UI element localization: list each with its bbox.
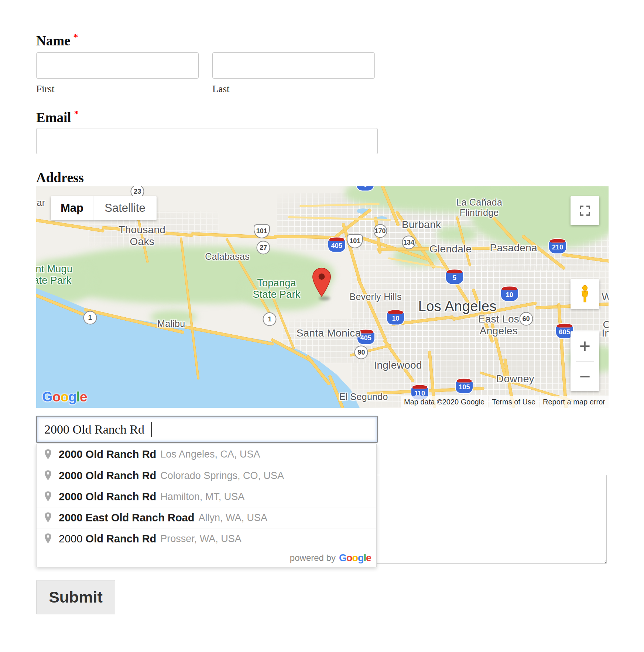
satellite-tab[interactable]: Satellite	[93, 196, 157, 220]
address-input[interactable]	[36, 416, 378, 443]
zoom-out-button[interactable]: −	[571, 362, 599, 391]
highway-shield: 170	[373, 224, 387, 238]
google-logo-letter: G	[339, 552, 346, 563]
suggestion-secondary-text: Hamilton, MT, USA	[160, 491, 244, 503]
google-logo-letter: g	[358, 552, 364, 563]
interstate-shield: 10	[501, 289, 518, 301]
map-pin-icon[interactable]	[311, 267, 332, 299]
map-city-label: El Segundo	[339, 391, 388, 402]
map-city-label: Glendale	[429, 243, 472, 255]
google-logo-letter: G	[42, 389, 52, 404]
google-logo-letter: l	[76, 389, 80, 404]
address-input-wrap	[36, 416, 378, 443]
fullscreen-button[interactable]	[571, 196, 599, 225]
interstate-shield: 10	[387, 313, 404, 325]
google-logo-letter: o	[52, 389, 61, 404]
google-logo-letter: e	[80, 389, 87, 404]
map-city-label: Beverly Hills	[349, 291, 401, 302]
map-city-label: Malibu	[157, 318, 185, 329]
powered-by-text: powered by	[290, 553, 336, 563]
required-asterisk: *	[74, 108, 79, 119]
zoom-in-button[interactable]: +	[571, 331, 599, 361]
map-park-label: int Mugu ate Park	[36, 263, 72, 286]
suggestion-secondary-text: Los Angeles, CA, USA	[160, 449, 260, 460]
map-park-label: Topanga State Park	[253, 277, 300, 300]
last-sublabel: Last	[212, 83, 230, 95]
highway-shield: 27	[257, 241, 270, 255]
address-form-page: Name* First Last Email* Address 23101274	[0, 0, 644, 652]
map-city-label: In	[602, 327, 609, 339]
google-logo-letter: o	[352, 552, 358, 563]
google-logo-letter: e	[366, 552, 371, 563]
highway-shield: 134	[402, 235, 416, 249]
suggestion-main-text: 2000 Old Ranch Rd	[59, 448, 156, 460]
suggestion-main-text: 2000 Old Ranch Rd	[59, 533, 156, 545]
interstate-shield: 405	[328, 239, 345, 252]
interstate-shield: 5	[446, 272, 463, 284]
interstate-shield: 210	[549, 241, 566, 253]
last-name-input[interactable]	[212, 52, 375, 79]
map-city-label: Calabasas	[205, 251, 250, 262]
suggestion-secondary-text: Colorado Springs, CO, USA	[160, 470, 284, 482]
map-park-area	[437, 226, 477, 242]
powered-by-google: powered by Google	[37, 549, 376, 567]
map-city-label: Inglewood	[374, 359, 422, 371]
suggestion-main-text: 2000 East Old Ranch Road	[59, 512, 194, 524]
place-pin-icon	[43, 511, 53, 524]
interstate-shield: 105	[456, 381, 473, 393]
pegman-button[interactable]	[571, 279, 599, 309]
google-logo-letter: g	[68, 389, 76, 404]
google-logo-letter: o	[346, 552, 352, 563]
map-city-label: Burbank	[402, 219, 441, 231]
report-map-error-link[interactable]: Report a map error	[539, 396, 609, 408]
highway-shield: 90	[354, 346, 368, 359]
submit-button[interactable]: Submit	[36, 580, 115, 614]
address-label: Address	[36, 170, 84, 186]
autocomplete-item[interactable]: 2000 East Old Ranch RoadAllyn, WA, USA	[37, 507, 376, 528]
first-sublabel: First	[36, 83, 55, 95]
autocomplete-dropdown: 2000 Old Ranch RdLos Angeles, CA, USA200…	[36, 444, 377, 567]
map-city-label: Los Angeles	[418, 299, 497, 315]
google-map[interactable]: 2310127405101170134521051060605101140590…	[36, 186, 609, 408]
map-data-text: Map data ©2020 Google	[401, 396, 488, 408]
autocomplete-item[interactable]: 2000 Old Ranch RdProsser, WA, USA	[37, 528, 376, 549]
google-logo: Google	[339, 552, 371, 564]
map-city-label: Santa Monica	[297, 327, 361, 339]
highway-shield: 1	[263, 313, 277, 326]
map-city-label: W	[602, 291, 609, 303]
place-pin-icon	[43, 532, 53, 545]
fullscreen-icon	[579, 205, 591, 217]
suggestion-main-text: 2000 Old Ranch Rd	[59, 470, 156, 482]
first-name-input[interactable]	[36, 52, 199, 79]
map-city-label: Pasadena	[490, 242, 537, 254]
highway-shield: 60	[519, 312, 533, 325]
place-pin-icon	[43, 448, 53, 461]
map-tab[interactable]: Map	[51, 196, 93, 220]
place-pin-icon	[43, 469, 53, 482]
google-logo-letter: o	[60, 389, 68, 404]
suggestion-secondary-text: Prosser, WA, USA	[160, 533, 242, 545]
highway-shield: 1	[83, 311, 97, 324]
suggestion-main-text: 2000 Old Ranch Rd	[59, 491, 156, 503]
text-caret	[151, 422, 152, 437]
map-attribution: Map data ©2020 Google Terms of Use Repor…	[400, 396, 609, 408]
email-label: Email*	[36, 108, 79, 125]
autocomplete-item[interactable]: 2000 Old Ranch RdHamilton, MT, USA	[37, 486, 376, 507]
place-pin-icon	[43, 490, 53, 503]
terms-of-use-link[interactable]: Terms of Use	[489, 396, 539, 408]
name-label: Name*	[36, 32, 78, 49]
pegman-icon	[577, 284, 593, 304]
map-city-label: Downey	[496, 373, 534, 385]
autocomplete-item[interactable]: 2000 Old Ranch RdLos Angeles, CA, USA	[37, 444, 376, 465]
google-logo[interactable]: Google	[42, 389, 87, 405]
map-city-label: East Los Angeles	[478, 313, 519, 337]
email-input[interactable]	[36, 128, 378, 154]
map-city-label: Thousand Oaks	[119, 224, 165, 248]
required-asterisk: *	[73, 32, 78, 42]
suggestion-secondary-text: Allyn, WA, USA	[198, 512, 267, 524]
autocomplete-item[interactable]: 2000 Old Ranch RdColorado Springs, CO, U…	[37, 465, 376, 486]
zoom-control: + −	[571, 331, 599, 391]
map-type-control: Map Satellite	[51, 196, 157, 220]
map-city-label: ar	[37, 197, 45, 208]
map-city-label: La Cañada Flintridge	[456, 197, 502, 218]
